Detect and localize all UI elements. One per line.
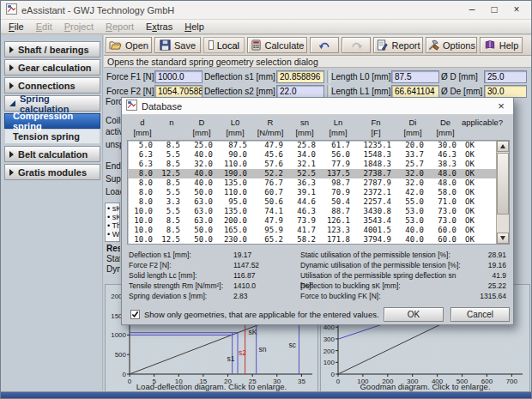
force-f2-label: Force F2 [N] [106, 87, 154, 96]
table-cell: 40.0 [397, 226, 430, 235]
summary-row: Solid length Lc [mm]:116.87Utilisation o… [129, 270, 510, 281]
table-row[interactable]: 8.05.550.0110.060.739.170.92372.142.058.… [128, 188, 496, 197]
table-cell: 63.0 [186, 207, 219, 216]
geometry-table: 5.08.525.087.547.925.861.71235.120.030.0… [127, 140, 510, 245]
button-label: Report [391, 40, 420, 51]
checkbox-icon [209, 40, 214, 50]
chevron-right-icon [9, 64, 14, 71]
column-header-sn: sn[mm] [288, 118, 321, 138]
column-header-applicable: applicable? [462, 118, 495, 138]
sidebar: Shaft / bearingsGear calculationConnecti… [3, 35, 103, 390]
table-cell: 8.0 [128, 197, 159, 207]
minimize-button[interactable]: – [462, 3, 481, 17]
scroll-up-button[interactable] [497, 141, 509, 152]
deflection-s2-field[interactable]: 22.0 [276, 85, 324, 98]
summary-value: 1315.64 [470, 291, 510, 301]
redo-button[interactable] [342, 37, 371, 53]
menu-extras[interactable]: Extras [140, 21, 178, 32]
sidebar-item-belt-calculation[interactable]: Belt calculation [4, 146, 100, 162]
column-unit: [mm] [127, 128, 158, 138]
save-button[interactable]: Save [154, 37, 201, 53]
sidebar-item-compression-spring[interactable]: Compression spring [4, 113, 100, 129]
table-row[interactable]: 10.08.563.0200.047.973.9126.13543.453.07… [128, 216, 496, 226]
open-button[interactable]: Open [106, 37, 152, 53]
maximize-button[interactable]: □ [485, 3, 504, 17]
table-row[interactable]: 8.03.363.095.050.644.650.42257.455.071.0… [128, 197, 496, 207]
dialog-title: Database [142, 101, 493, 112]
table-cell: 71.0 [430, 197, 462, 207]
summary-label: Dynamic utilisation of the permissible t… [300, 260, 470, 270]
column-header-l0: L0[mm] [218, 118, 252, 138]
table-row[interactable]: 8.012.540.0190.052.252.5137.52738.732.04… [128, 169, 496, 178]
table-cell: OK [462, 160, 496, 169]
sidebar-item-gear-calculation[interactable]: Gear calculation [4, 59, 100, 76]
svg-text:200: 200 [323, 348, 336, 355]
force-f2-field[interactable]: 1054.70588 [154, 85, 203, 98]
options-button[interactable]: Options [426, 37, 477, 53]
undo-button[interactable] [310, 37, 339, 53]
table-cell: 6.3 [128, 150, 159, 160]
close-button[interactable]: × [507, 3, 526, 17]
force-f1-field[interactable]: 1000.0 [154, 70, 203, 83]
table-cell: 2787.9 [356, 178, 397, 188]
menu-edit[interactable]: Edit [30, 21, 58, 32]
diameter-de-field[interactable]: 30.0 [484, 85, 527, 98]
menu-report[interactable]: Report [100, 21, 140, 32]
scrollbar-thumb[interactable] [497, 153, 509, 215]
length-l0-field[interactable]: 87.5 [391, 70, 439, 83]
sidebar-item-label: Belt calculation [18, 149, 88, 160]
diameter-d-field[interactable]: 25.0 [484, 70, 527, 83]
sidebar-item-label: Connections [18, 81, 76, 91]
table-cell: 70.9 [322, 188, 356, 197]
help-button[interactable]: Help [480, 37, 523, 53]
dialog-close-icon[interactable]: × [493, 100, 509, 112]
table-cell: 58.0 [430, 188, 462, 197]
table-row[interactable]: 10.08.550.0165.095.941.7123.34001.540.06… [128, 226, 496, 235]
table-cell: 50.0 [186, 235, 219, 244]
clipped-label: Suppo [106, 174, 122, 184]
table-row[interactable]: 6.35.540.090.045.634.056.01548.333.746.3… [128, 150, 496, 160]
svg-text:s1: s1 [227, 354, 234, 363]
report-icon [376, 39, 388, 51]
dialog-footer: Show only geometries, that are applicabl… [122, 305, 513, 323]
table-cell: 52.2 [253, 169, 289, 178]
sidebar-item-shaft-bearings[interactable]: Shaft / bearings [4, 41, 100, 57]
table-row[interactable]: 10.012.550.0230.065.258.2171.83794.940.0… [128, 235, 496, 244]
ok-button[interactable]: OK [384, 307, 444, 322]
report-button[interactable]: Report [373, 37, 423, 53]
menu-help[interactable]: Help [178, 21, 210, 32]
checkbox-icon [130, 310, 140, 319]
table-row[interactable]: 8.08.540.0135.076.736.398.72787.932.048.… [128, 178, 496, 188]
show-only-applicable-checkbox[interactable]: Show only geometries, that are applicabl… [130, 310, 379, 319]
table-cell: 95.0 [219, 197, 253, 207]
table-cell: OK [462, 178, 496, 188]
result-line: Results [106, 244, 120, 254]
column-header-d: D[mm] [185, 118, 218, 138]
sidebar-item-connections[interactable]: Connections [4, 77, 100, 94]
table-row[interactable]: 6.38.532.0110.057.632.177.91848.325.738.… [128, 160, 496, 169]
menu-file[interactable]: File [3, 21, 30, 32]
button-label: Save [174, 40, 196, 51]
table-row[interactable]: 10.05.563.0135.074.146.388.73430.853.073… [128, 207, 496, 216]
column-unit: [F] [355, 128, 396, 138]
sidebar-item-spring-calculation[interactable]: Spring calculation [4, 95, 100, 112]
local-checkbox[interactable]: Local [203, 37, 245, 53]
calculate-button[interactable]: Calculate [247, 37, 307, 53]
scroll-down-button[interactable] [497, 233, 509, 244]
length-l1-field[interactable]: 66.641104 [391, 85, 439, 98]
clipped-bullet-list: • sK• sK• Thi• Wh [105, 203, 120, 242]
table-cell: OK [462, 197, 496, 207]
deflection-s1-field[interactable]: 20.858896 [276, 70, 324, 83]
table-cell: 110.0 [219, 188, 253, 197]
table-cell: 77.9 [322, 160, 356, 169]
table-row[interactable]: 5.08.525.087.547.925.861.71235.120.030.0… [128, 141, 496, 150]
table-scrollbar[interactable] [496, 141, 509, 244]
sidebar-item-gratis-modules[interactable]: Gratis modules [4, 164, 100, 180]
chevron-right-icon [9, 151, 14, 158]
column-name: D [185, 118, 218, 128]
column-name: R [252, 118, 288, 128]
cancel-button[interactable]: Cancel [450, 307, 510, 322]
menu-project[interactable]: Project [58, 21, 100, 32]
table-cell: 90.0 [219, 150, 253, 160]
table-cell: 12.5 [159, 169, 186, 178]
